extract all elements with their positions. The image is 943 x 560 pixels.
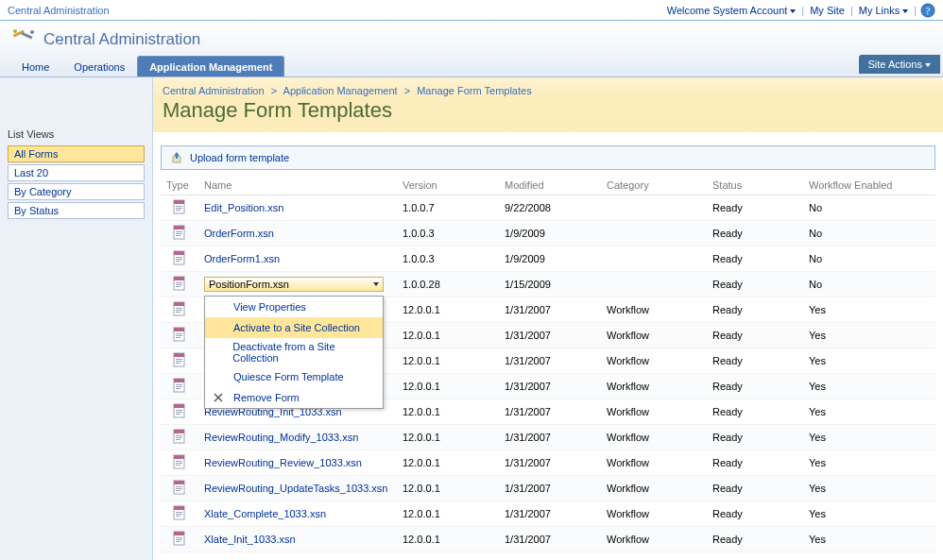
help-icon[interactable]: ?	[920, 3, 935, 18]
svg-rect-13	[174, 226, 184, 229]
cell-modified: 1/31/2007	[499, 476, 601, 501]
form-template-name-link[interactable]: ReviewRouting_Review_1033.xsn	[204, 457, 362, 468]
svg-rect-67	[176, 488, 182, 489]
svg-rect-66	[176, 486, 182, 487]
site-title-text[interactable]: Central Administration	[43, 30, 200, 49]
svg-rect-46	[176, 384, 182, 385]
form-template-name-link[interactable]: Edit_Position.xsn	[204, 202, 283, 213]
svg-rect-21	[176, 261, 180, 262]
my-links-menu[interactable]: My Links	[859, 5, 908, 16]
svg-rect-57	[176, 437, 182, 438]
svg-rect-76	[176, 537, 182, 538]
cell-modified: 1/31/2007	[499, 297, 601, 323]
cell-version: 12.0.0.1	[397, 527, 499, 552]
menu-view-properties[interactable]: View Properties	[205, 297, 383, 317]
cell-modified: 1/31/2007	[499, 450, 601, 476]
global-top-bar: Central Administration Welcome System Ac…	[0, 0, 943, 21]
col-modified[interactable]: Modified	[499, 176, 601, 195]
page-title: Manage Form Templates	[153, 98, 943, 132]
my-site-link[interactable]: My Site	[810, 5, 845, 16]
cell-workflow: No	[803, 246, 935, 272]
svg-rect-63	[176, 465, 180, 466]
row-context-menu-button[interactable]: PositionForm.xsn	[204, 277, 384, 292]
chevron-down-icon	[373, 282, 379, 286]
table-row: OrderForm1.xsn1.0.0.31/9/2009ReadyNo	[161, 246, 935, 272]
cell-modified: 1/31/2007	[499, 348, 601, 374]
menu-item-label: View Properties	[233, 301, 306, 313]
svg-rect-37	[176, 335, 182, 336]
svg-rect-42	[176, 361, 182, 362]
cell-version: 1.0.0.7	[397, 195, 499, 221]
list-view-by-status[interactable]: By Status	[8, 202, 145, 219]
menu-item-label: Remove Form	[233, 392, 300, 403]
bc-manage-forms[interactable]: Manage Form Templates	[417, 85, 531, 96]
left-nav: List Views All Forms Last 20 By Category…	[0, 77, 153, 560]
svg-rect-62	[176, 463, 182, 464]
welcome-menu[interactable]: Welcome System Account	[667, 5, 797, 16]
svg-rect-43	[176, 363, 180, 364]
cell-category: Workflow	[601, 348, 707, 374]
bc-central-admin[interactable]: Central Administration	[163, 85, 265, 96]
cell-modified: 1/9/2009	[499, 221, 601, 246]
site-logo-icon	[11, 26, 38, 52]
col-status[interactable]: Status	[707, 176, 803, 195]
svg-rect-24	[176, 282, 182, 283]
top-breadcrumb[interactable]: Central Administration	[8, 5, 110, 16]
col-workflow[interactable]: Workflow Enabled	[803, 176, 935, 195]
form-template-name-link[interactable]: Xlate_Init_1033.xsn	[204, 534, 296, 545]
upload-form-template-link[interactable]: Upload form template	[190, 152, 289, 163]
table-row: ReviewRouting_Modify_1033.xsn12.0.0.11/3…	[161, 425, 935, 450]
cell-category	[601, 246, 707, 272]
tab-operations[interactable]: Operations	[61, 56, 137, 76]
svg-rect-58	[176, 439, 180, 440]
form-template-name-link[interactable]: OrderForm1.xsn	[204, 253, 280, 264]
list-view-last20[interactable]: Last 20	[8, 164, 145, 181]
tab-application-management[interactable]: Application Management	[137, 56, 284, 76]
cell-category: Workflow	[601, 501, 707, 527]
svg-rect-32	[176, 310, 182, 311]
form-template-icon	[172, 505, 187, 520]
form-template-name-link[interactable]: OrderForm.xsn	[204, 228, 274, 239]
cell-status: Ready	[707, 527, 803, 552]
list-view-by-category[interactable]: By Category	[8, 183, 145, 200]
cell-workflow: Yes	[803, 323, 935, 348]
form-template-name-link[interactable]: Xlate_Complete_1033.xsn	[204, 508, 326, 519]
form-template-icon	[172, 327, 187, 342]
cell-workflow: No	[803, 221, 935, 246]
form-template-icon	[172, 454, 187, 469]
cell-workflow: Yes	[803, 297, 935, 323]
svg-rect-36	[176, 333, 182, 334]
form-template-name-link[interactable]: ReviewRouting_Modify_1033.xsn	[204, 432, 358, 443]
cell-status: Ready	[707, 348, 803, 374]
svg-rect-73	[176, 516, 180, 517]
svg-rect-8	[174, 200, 184, 204]
menu-activate-site-collection[interactable]: Activate to a Site Collection	[205, 317, 383, 338]
form-template-name-link[interactable]: ReviewRouting_UpdateTasks_1033.xsn	[204, 483, 387, 494]
cell-version: 12.0.0.1	[397, 501, 499, 527]
svg-rect-23	[174, 277, 184, 280]
cell-workflow: Yes	[803, 425, 935, 450]
svg-point-5	[30, 30, 34, 34]
cell-category: Workflow	[601, 323, 707, 348]
cell-version: 1.0.0.28	[397, 272, 499, 297]
col-name[interactable]: Name	[198, 176, 397, 195]
menu-quiesce-form[interactable]: Quiesce Form Template	[205, 366, 383, 387]
page-breadcrumb: Central Administration > Application Man…	[153, 77, 943, 98]
site-actions-menu[interactable]: Site Actions	[859, 55, 940, 74]
menu-deactivate-site-collection[interactable]: Deactivate from a Site Collection	[205, 338, 383, 366]
svg-rect-65	[174, 481, 184, 484]
svg-rect-31	[176, 308, 182, 309]
svg-rect-26	[176, 286, 180, 287]
col-type[interactable]: Type	[161, 176, 198, 195]
tab-home[interactable]: Home	[9, 56, 61, 76]
col-category[interactable]: Category	[601, 176, 707, 195]
svg-rect-30	[174, 302, 184, 306]
cell-modified: 9/22/2008	[499, 195, 601, 221]
menu-remove-form[interactable]: Remove Form	[205, 387, 383, 408]
table-row: OrderForm.xsn1.0.0.31/9/2009ReadyNo	[161, 221, 935, 246]
table-row: Edit_Position.xsn1.0.0.79/22/2008ReadyNo	[161, 195, 935, 221]
bc-app-mgmt[interactable]: Application Management	[283, 85, 398, 96]
list-view-all-forms[interactable]: All Forms	[8, 145, 145, 162]
col-version[interactable]: Version	[397, 176, 499, 195]
cell-status: Ready	[707, 374, 803, 399]
